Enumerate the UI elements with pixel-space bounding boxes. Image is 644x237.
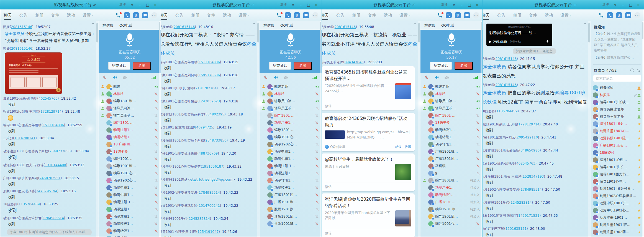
group-member-row[interactable]: 18陈姿伶 bbox=[591, 149, 644, 157]
voice-call-icon[interactable] bbox=[116, 13, 121, 18]
chat-scrollbar[interactable] bbox=[96, 21, 98, 237]
tab-files[interactable]: 文件 bbox=[529, 9, 537, 21]
video-call-icon[interactable] bbox=[607, 12, 613, 18]
voice-call-icon[interactable] bbox=[599, 13, 604, 18]
call-member-row[interactable]: 广播1801团… bbox=[420, 155, 483, 162]
exit-call-button[interactable]: 退出 bbox=[133, 62, 151, 70]
call-member-row[interactable]: 编导1901 班…待加入 bbox=[420, 206, 483, 213]
sender-qq-link[interactable]: 2081615146 bbox=[496, 83, 517, 87]
tab-group-info[interactable]: 群信息 bbox=[263, 23, 274, 28]
speaker-toggle-icon[interactable] bbox=[434, 75, 439, 80]
sender-qq-link[interactable]: 1595178636 bbox=[199, 73, 220, 77]
call-member-row[interactable]: 编导1801 … bbox=[420, 112, 483, 119]
group-member-row[interactable]: 郭媛老师 bbox=[591, 84, 644, 92]
close-button[interactable]: × bbox=[474, 3, 481, 7]
sender-qq-link[interactable]: 1310144408 bbox=[45, 163, 66, 167]
call-member-row[interactable]: 编导1901班… bbox=[99, 162, 161, 170]
window-scrollbar[interactable] bbox=[159, 21, 161, 237]
sender-qq-link[interactable]: 1245282814 bbox=[189, 217, 210, 221]
call-member-row[interactable]: 编导1901 … bbox=[99, 155, 161, 162]
at-mention[interactable]: @全体成员 bbox=[5, 31, 25, 36]
sender-qq-link[interactable]: 1301635151 bbox=[506, 227, 527, 231]
titlebar-chevron-button[interactable]: ∨ bbox=[129, 3, 136, 7]
minimize-button[interactable]: – bbox=[136, 3, 143, 7]
camera-toggle-icon[interactable] bbox=[283, 76, 288, 79]
link-share-card[interactable]: 智汇无锡|邀你参加2020届高校毕业生春季网络招聘活动！2020年开年全国开启了… bbox=[322, 193, 415, 237]
close-button[interactable]: × bbox=[313, 3, 320, 7]
new-chat-icon[interactable] bbox=[303, 12, 309, 18]
group-member-row[interactable]: 动漫注册1801心…★ bbox=[591, 128, 644, 135]
sender-qq-link[interactable]: 348650980 bbox=[520, 148, 540, 152]
class-icon[interactable]: 课 bbox=[294, 12, 300, 18]
tab-chat[interactable]: 聊天 bbox=[4, 9, 12, 21]
sender-qq-link[interactable]: 1784985514 bbox=[43, 216, 64, 220]
sender-qq-link[interactable]: 2081615146 bbox=[11, 25, 32, 29]
sender-qq-link[interactable]: 1243032623 bbox=[199, 99, 220, 103]
call-member-row[interactable]: 动漫注册 1… bbox=[99, 198, 161, 206]
download-icon[interactable] bbox=[545, 40, 550, 44]
link-share-card[interactable]: 教育部启动“24365校园联合招聘服务”活动 助力…http://mp.weix… bbox=[322, 113, 415, 151]
maximize-button[interactable]: □ bbox=[144, 3, 151, 7]
collapse-chat-icon[interactable] bbox=[413, 22, 416, 25]
tab-album[interactable]: 相册 bbox=[35, 9, 43, 21]
sender-email-link[interactable]: etwtrfdthsehgst@qq.com bbox=[190, 178, 232, 181]
call-member-row[interactable]: 动漫中职1… bbox=[260, 148, 322, 155]
tab-activity[interactable]: 活动 bbox=[384, 9, 392, 21]
group-member-row[interactable]: 动漫中职1901心…★ bbox=[591, 207, 644, 214]
call-member-row[interactable]: 辅导员白冰… bbox=[260, 97, 322, 105]
call-member-row[interactable]: 郭媛老师 bbox=[260, 83, 322, 90]
at-mention[interactable]: @全体成员 bbox=[483, 90, 507, 95]
call-member-row[interactable]: 动漫转段1… bbox=[99, 227, 161, 235]
class-icon[interactable]: 课 bbox=[616, 12, 622, 18]
tab-files[interactable]: 文件 bbox=[368, 9, 376, 21]
sender-qq-link[interactable]: 1511164806 bbox=[199, 60, 220, 64]
window-scrollbar[interactable] bbox=[481, 21, 483, 237]
sender-qq-link[interactable]: 2475795194 bbox=[36, 189, 57, 193]
group-member-row[interactable]: 动漫转段1901陈…★ bbox=[591, 135, 644, 142]
call-member-row[interactable]: 动漫注册 1… bbox=[260, 162, 322, 170]
call-member-row[interactable]: 编导1901心… bbox=[420, 220, 483, 227]
edit-title-icon[interactable] bbox=[412, 3, 416, 7]
call-member-row[interactable]: 林振洋 bbox=[260, 90, 322, 97]
call-member-row[interactable]: 郭媛 bbox=[99, 83, 161, 90]
group-member-row[interactable]: 动漫转段1801 团…★ bbox=[591, 236, 644, 237]
end-call-button[interactable]: 结束通话 bbox=[269, 62, 291, 70]
call-member-row[interactable]: 动漫注册1… bbox=[99, 206, 161, 213]
sender-qq-link[interactable]: 1254191047 bbox=[197, 230, 219, 234]
tab-announce[interactable]: 公告 bbox=[175, 9, 184, 21]
call-member-row[interactable]: 林振洋 bbox=[99, 90, 161, 97]
call-member-row[interactable]: 广播1801 …待加入 bbox=[420, 198, 483, 206]
call-member-row[interactable]: 编导1901心… bbox=[99, 170, 161, 177]
sender-qq-link[interactable]: 2081615146 bbox=[496, 57, 517, 61]
video-call-icon[interactable] bbox=[124, 12, 130, 18]
speaker-toggle-icon[interactable] bbox=[112, 75, 117, 80]
tab-settings[interactable]: 设置∨ bbox=[83, 9, 94, 21]
sender-qq-link[interactable]: 402545763 bbox=[516, 162, 535, 165]
exit-call-button[interactable]: 退出 bbox=[455, 62, 473, 70]
sender-qq-link[interactable]: 2548733856 bbox=[205, 138, 226, 142]
tab-files[interactable]: 文件 bbox=[51, 9, 59, 21]
report-button[interactable]: 举报 bbox=[439, 2, 450, 7]
tab-files[interactable]: 文件 bbox=[207, 9, 215, 21]
call-member-row[interactable]: 动漫转段1… bbox=[99, 220, 161, 227]
tab-group-info[interactable]: 群信息 bbox=[424, 23, 435, 28]
group-member-row[interactable]: 动漫注册1901 班…★ bbox=[591, 221, 644, 229]
edit-title-icon[interactable] bbox=[93, 3, 96, 7]
forward-link[interactable]: 转发 bbox=[395, 145, 402, 149]
call-member-row[interactable]: 辅导员王菲… bbox=[99, 112, 161, 119]
call-member-row[interactable]: 动漫转段1… bbox=[420, 133, 483, 141]
speaker-toggle-icon[interactable] bbox=[273, 75, 278, 80]
tab-group-info[interactable]: 群信息 bbox=[102, 23, 113, 28]
edit-title-icon[interactable] bbox=[251, 3, 255, 7]
end-call-button[interactable]: 结束通话 bbox=[430, 62, 452, 70]
group-member-row[interactable]: 编导1801 团支…★ bbox=[591, 120, 644, 128]
new-chat-icon[interactable] bbox=[625, 12, 631, 18]
scrollbar-thumb[interactable] bbox=[418, 23, 420, 42]
call-member-row[interactable]: 广播1801团… bbox=[260, 191, 322, 198]
video-file-card[interactable]: 无锡城市职业技术学院影视学院信仰公开课——战…295.0MB2020年3月 bbox=[486, 24, 552, 46]
call-member-row[interactable]: 郭媛老师 bbox=[420, 83, 483, 90]
mute-mic-toggle-icon[interactable] bbox=[263, 75, 268, 80]
chat-scrollbar[interactable] bbox=[418, 21, 420, 237]
call-member-row[interactable]: 动漫转段1… bbox=[99, 235, 161, 237]
mute-mic-toggle-icon[interactable] bbox=[424, 75, 429, 80]
